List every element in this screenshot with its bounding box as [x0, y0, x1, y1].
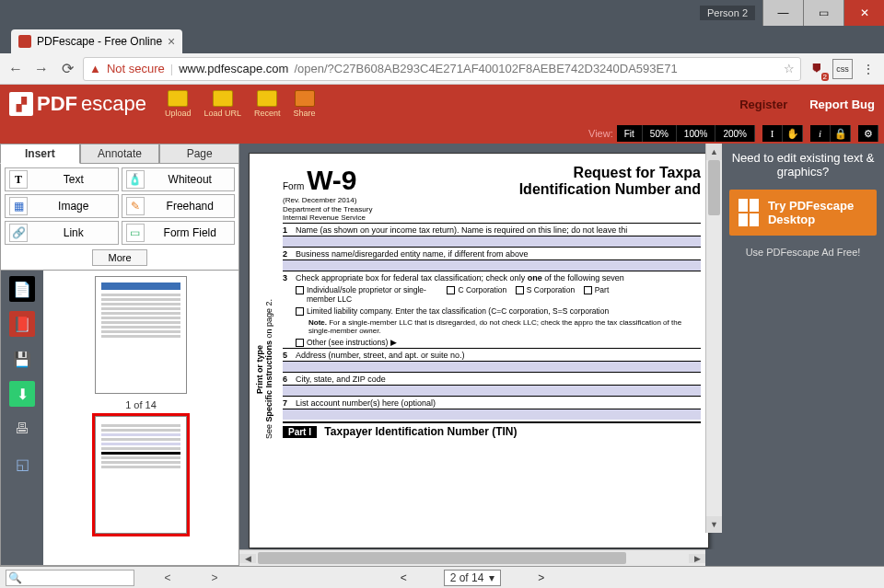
document-area[interactable]: Print or typeSee Specific Instructions o… [239, 144, 722, 549]
browser-tabstrip: PDFescape - Free Online × [0, 26, 884, 53]
rail-pages-icon[interactable]: 📄 [9, 276, 35, 302]
horizontal-scrollbar[interactable]: ◀ ▶ [239, 549, 705, 566]
zoom-100-button[interactable]: 100% [677, 125, 716, 142]
rail-download-icon[interactable]: ⬇ [9, 381, 35, 407]
info-icon[interactable]: i [810, 125, 831, 142]
ad-headline: Need to edit existing text & graphics? [729, 151, 877, 179]
form-dept: Department of the Treasury [283, 205, 372, 214]
page-prev[interactable]: < [401, 571, 407, 584]
header-links: Register Report Bug [739, 98, 875, 111]
thumb-prev[interactable]: < [140, 571, 195, 584]
pencil-icon: ✎ [126, 197, 145, 215]
ad-free-link[interactable]: Use PDFescape Ad Free! [746, 247, 861, 258]
form-field-tool[interactable]: ▭Form Field [122, 221, 236, 245]
checkbox-other[interactable] [296, 339, 304, 347]
scroll-thumb-h[interactable] [258, 552, 626, 564]
whiteout-tool[interactable]: 🧴Whiteout [122, 167, 236, 191]
reload-button[interactable]: ⟳ [57, 59, 77, 79]
recent-button[interactable]: Recent [254, 90, 281, 118]
scroll-thumb-v[interactable] [708, 160, 720, 215]
more-button[interactable]: More [92, 249, 146, 266]
text-cursor-icon[interactable]: I [762, 125, 783, 142]
rail-expand-icon[interactable]: ◱ [9, 451, 35, 477]
text-icon: T [9, 170, 28, 189]
checkbox-partnership[interactable] [584, 286, 592, 294]
rail-print-icon[interactable]: 🖶 [9, 416, 35, 442]
search-box[interactable]: 🔍 [6, 570, 134, 586]
footer-bar: 🔍 < > < 2 of 14▾ > [0, 566, 884, 588]
address-bar[interactable]: ▲ Not secure | www.pdfescape.com/open/?C… [83, 57, 801, 81]
folder-url-icon [213, 90, 233, 107]
minimize-button[interactable]: — [762, 0, 803, 26]
zoom-200-button[interactable]: 200% [715, 125, 755, 142]
tab-insert[interactable]: Insert [0, 144, 80, 164]
thumb-next[interactable]: > [201, 571, 228, 584]
load-url-button[interactable]: Load URL [204, 90, 241, 118]
browser-menu-icon[interactable]: ⋮ [858, 59, 878, 79]
css-extension-icon[interactable]: css [832, 59, 853, 79]
row-6: City, state, and ZIP code [296, 375, 386, 384]
main-split: Insert Annotate Page TText 🧴Whiteout ▦Im… [0, 144, 884, 566]
checkbox-llc[interactable] [296, 307, 304, 316]
app-header: ▞ PDFescape Upload Load URL Recent Share… [0, 85, 884, 123]
side-instructions: Print or typeSee Specific Instructions o… [255, 209, 277, 529]
scroll-up-icon[interactable]: ▲ [706, 144, 722, 160]
warning-icon: ▲ [89, 62, 101, 75]
form-rev: (Rev. December 2014) [283, 196, 372, 205]
ublock-icon[interactable]: ⛊2 [807, 59, 827, 79]
forward-button[interactable]: → [31, 59, 52, 79]
link-tool[interactable]: 🔗Link [5, 221, 119, 245]
search-input[interactable] [23, 571, 134, 585]
page-select[interactable]: 2 of 14▾ [444, 570, 502, 586]
maximize-button[interactable]: ▭ [803, 0, 843, 26]
freehand-tool[interactable]: ✎Freehand [122, 194, 236, 218]
thumbnail-1[interactable] [95, 276, 187, 394]
tab-annotate[interactable]: Annotate [80, 144, 160, 164]
tab-page[interactable]: Page [159, 144, 239, 164]
rail-save-icon[interactable]: 💾 [9, 346, 35, 372]
zoom-50-button[interactable]: 50% [643, 125, 677, 142]
window-titlebar: Person 2 — ▭ ✕ [0, 0, 884, 26]
scroll-left-icon[interactable]: ◀ [239, 554, 256, 563]
register-link[interactable]: Register [739, 98, 787, 111]
vertical-scrollbar[interactable]: ▲ ▼ [705, 144, 722, 533]
scroll-down-icon[interactable]: ▼ [706, 516, 722, 533]
security-status: Not secure [107, 62, 165, 75]
checkbox-scorp[interactable] [516, 286, 524, 294]
form-code: W-9 [307, 165, 356, 195]
checkbox-individual[interactable] [296, 286, 304, 294]
pager: < 2 of 14▾ > [234, 570, 711, 586]
checkbox-row-1: Individual/sole proprietor or single-mem… [283, 283, 701, 305]
checkbox-ccorp[interactable] [447, 286, 455, 294]
row-7: List account number(s) here (optional) [296, 398, 436, 408]
page-next[interactable]: > [538, 571, 544, 584]
report-bug-link[interactable]: Report Bug [809, 98, 875, 111]
share-button[interactable]: Share [294, 90, 316, 118]
back-button[interactable]: ← [6, 59, 26, 79]
text-tool[interactable]: TText [5, 167, 119, 191]
left-lower: 📄 📕 💾 ⬇ 🖶 ◱ 1 of 14 [0, 271, 239, 566]
hand-tool-icon[interactable]: ✋ [783, 125, 803, 142]
thumbnail-2[interactable] [95, 416, 187, 534]
note-text: For a single-member LLC that is disregar… [308, 318, 681, 335]
profile-badge[interactable]: Person 2 [700, 6, 755, 20]
share-icon [295, 90, 315, 107]
tab-close-icon[interactable]: × [168, 34, 175, 49]
logo[interactable]: ▞ PDFescape [9, 92, 146, 116]
rail-pdf-icon[interactable]: 📕 [9, 311, 35, 337]
link-icon: 🔗 [9, 224, 28, 242]
bookmark-icon[interactable]: ☆ [784, 62, 795, 75]
settings-gear-icon[interactable]: ⚙ [858, 125, 878, 142]
lock-icon[interactable]: 🔒 [831, 125, 851, 142]
browser-tab[interactable]: PDFescape - Free Online × [11, 29, 182, 53]
desktop-cta-button[interactable]: Try PDFescape Desktop [729, 190, 877, 236]
close-button[interactable]: ✕ [843, 0, 884, 26]
zoom-fit-button[interactable]: Fit [617, 125, 643, 142]
upload-button[interactable]: Upload [165, 90, 192, 118]
image-tool[interactable]: ▦Image [5, 194, 119, 218]
form-prefix: Form [283, 181, 304, 191]
pdf-page[interactable]: Print or typeSee Specific Instructions o… [249, 153, 709, 548]
view-label: View: [588, 128, 613, 139]
scroll-right-icon[interactable]: ▶ [689, 554, 705, 563]
insert-tool-grid: TText 🧴Whiteout ▦Image ✎Freehand 🔗Link ▭… [0, 164, 239, 271]
